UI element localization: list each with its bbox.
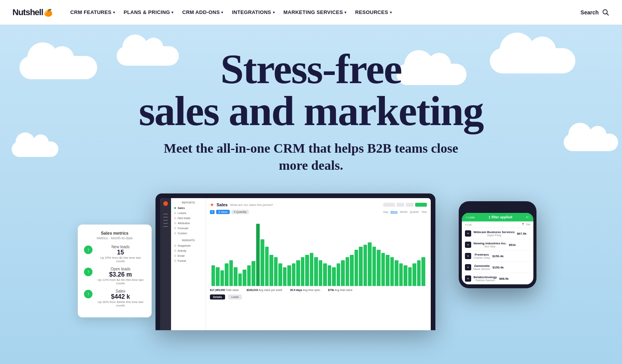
- stat-total-value: $17,385,000 Total value: [210, 289, 239, 291]
- search-button[interactable]: Search: [580, 9, 610, 16]
- app-sidebar: [160, 198, 171, 330]
- stat-avg-lead: $73k Avg lead value: [328, 289, 353, 291]
- bar-chart-bar: [404, 265, 407, 286]
- filter-icon[interactable]: ▼: [210, 210, 215, 214]
- inactive-dot: [174, 222, 176, 224]
- nav-item-resources[interactable]: RESOURCES ▾: [351, 6, 395, 18]
- laptop-mockup: REPORTS Sales Losses New leads: [156, 193, 435, 330]
- bar-chart-bar: [386, 255, 390, 286]
- nav-item-crm-features[interactable]: CRM FEATURES ▾: [66, 6, 119, 18]
- period-week[interactable]: Week: [390, 211, 397, 214]
- bar-chart-bar: [395, 260, 398, 286]
- bar-chart-bar: [265, 247, 269, 286]
- chevron-down-icon: ▾: [171, 10, 173, 14]
- bar-chart-bar: [314, 257, 318, 286]
- report-item-forecast[interactable]: Forecast: [171, 226, 206, 231]
- nav-item-integrations[interactable]: INTEGRATIONS ▾: [228, 6, 279, 18]
- bar-chart-bar: [412, 263, 416, 286]
- period-month[interactable]: Month: [400, 211, 407, 214]
- phone-list-header: ≡ List 📍 You: [462, 221, 533, 228]
- bar-chart-bar: [355, 250, 358, 286]
- bar-chart-bar: [247, 265, 251, 286]
- insight-item-activity[interactable]: Activity: [171, 248, 206, 253]
- report-item-custom[interactable]: Custom: [171, 231, 206, 236]
- chevron-down-icon: ▾: [390, 10, 392, 14]
- inactive-dot: [174, 232, 176, 234]
- insight-item-snapshots[interactable]: Snapshots: [171, 243, 206, 248]
- insight-item-email[interactable]: Email: [171, 253, 206, 258]
- cloud-5: [564, 134, 618, 151]
- phone-list-item[interactable]: N Zammedia Maria Simons $150.4k: [462, 262, 533, 273]
- bar-chart-bar: [310, 253, 314, 286]
- inactive-dot: [174, 245, 176, 247]
- sidebar-icon-4: [163, 223, 168, 224]
- insight-item-funnel[interactable]: Funnel: [171, 258, 206, 263]
- bar-chart-bar: [408, 267, 412, 286]
- period-selector: Day Week Month Quarter Year: [383, 211, 427, 214]
- cloud-4: [490, 48, 575, 73]
- bar-chart-bar: [359, 247, 363, 286]
- up-arrow-icon: ↑: [84, 246, 93, 254]
- company-icon: N: [465, 275, 471, 282]
- stat-avg-time: 30.5 days Avg time open: [290, 289, 320, 291]
- period-day[interactable]: Day: [383, 211, 388, 214]
- bar-chart-bar: [346, 257, 349, 286]
- period-year[interactable]: Year: [421, 211, 427, 214]
- phone-notch: [486, 205, 509, 211]
- logo-wordmark: Nutshell🍊: [12, 7, 52, 17]
- bar-chart-bar: [305, 255, 309, 286]
- company-icon: N: [465, 230, 471, 237]
- phone-list-item[interactable]: N Freetrans Charles Shep $150.4k: [462, 251, 533, 262]
- phone-list-item[interactable]: N Betatechnology Patricia Gannon $88.5k: [462, 273, 533, 284]
- bar-chart-bar: [421, 257, 425, 286]
- sidebar-brand-dot: [163, 201, 168, 206]
- report-item-attribution[interactable]: Attribution: [171, 221, 206, 226]
- chevron-down-icon: ▾: [113, 10, 115, 14]
- hero-title: Stress-free sales and marketing: [139, 48, 483, 132]
- nav-item-marketing-services[interactable]: MARKETING SERVICES ▾: [280, 6, 351, 18]
- leads-tab[interactable]: Leads: [228, 294, 242, 300]
- bar-chart-bar: [301, 257, 305, 286]
- cloud-6: [12, 141, 58, 157]
- chart-header: ★ Sales What are our sales this period?: [210, 202, 427, 207]
- bar-chart-bar: [252, 261, 255, 286]
- bar-chart-bar: [350, 255, 354, 286]
- sidebar-icon-3: [163, 220, 168, 221]
- bar-chart-bar: [368, 242, 372, 286]
- phone-mockup: < Lists 1 filter applied ≡↑ ≡ List 📍 You…: [459, 201, 536, 288]
- bar-chart-bar: [363, 245, 367, 286]
- report-item-new-leads[interactable]: New leads: [171, 216, 206, 221]
- metric-sales: ↑ Sales $442 k Up 30% from $340k this ti…: [84, 289, 145, 307]
- period-quarter[interactable]: Quarter: [410, 211, 419, 214]
- star-icon: ★: [210, 202, 214, 207]
- details-tab[interactable]: Details: [210, 294, 225, 300]
- bar-chart-bar: [328, 265, 332, 286]
- hero-section: Stress-free sales and marketing Meet the…: [0, 25, 622, 364]
- inactive-dot: [174, 260, 176, 262]
- value-toggle[interactable]: $ Value: [216, 210, 230, 214]
- chart-controls: ▼ $ Value X Quantity Day Week Month: [210, 210, 427, 214]
- bar-chart-bar: [381, 253, 385, 286]
- bar-chart-bar: [319, 260, 323, 286]
- bar-chart-bar: [269, 255, 273, 286]
- navbar: Nutshell🍊 CRM FEATURES ▾ PLANS & PRICING…: [0, 0, 622, 25]
- bar-chart-bar: [341, 260, 345, 286]
- bar-chart-bar: [216, 267, 220, 286]
- up-arrow-icon: ↑: [84, 290, 93, 298]
- hero-subtitle: Meet the all-in-one CRM that helps B2B t…: [159, 140, 463, 174]
- quantity-toggle[interactable]: X Quantity: [231, 210, 249, 214]
- bar-chart: [210, 216, 427, 286]
- phone-list-item[interactable]: N Newing Industries Inc. Ann New $51k: [462, 239, 533, 251]
- sidebar-icon-5: [163, 226, 168, 227]
- svg-line-1: [607, 13, 609, 15]
- stat-avg-value: $328,019 Avg value per week: [246, 289, 282, 291]
- metric-new-leads: ↑ New leads 15 Up 25% from $2 this time …: [84, 245, 145, 263]
- nav-item-plans-pricing[interactable]: PLANS & PRICING ▾: [120, 6, 178, 18]
- main-chart-area: ★ Sales What are our sales this period?: [206, 198, 431, 330]
- company-icon: N: [465, 253, 471, 259]
- report-item-losses[interactable]: Losses: [171, 211, 206, 216]
- report-item-sales[interactable]: Sales: [171, 206, 206, 211]
- logo[interactable]: Nutshell🍊: [12, 7, 52, 17]
- phone-list-item[interactable]: N Webcam Business Services Joyce Peng $6…: [462, 228, 533, 239]
- nav-item-crm-addons[interactable]: CRM ADD-ONS ▾: [178, 6, 227, 18]
